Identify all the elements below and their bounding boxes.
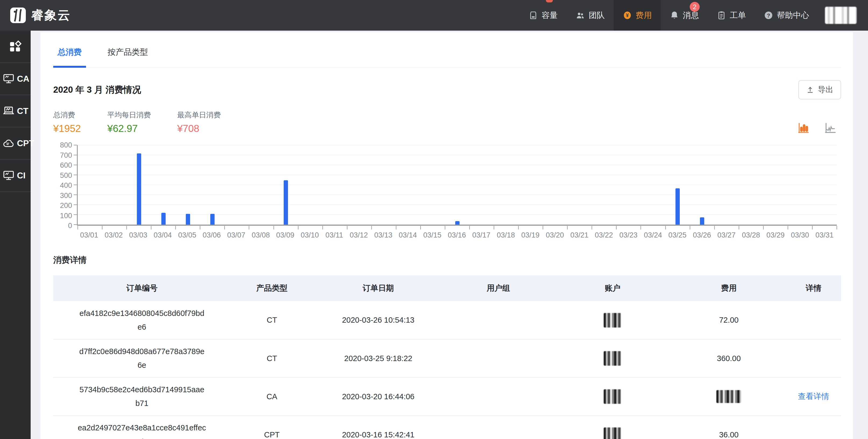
nav-item-team[interactable]: 团队	[566, 0, 614, 31]
table-row-3: ea2d2497027e43e8a1cce8c491effec4CPT2020-…	[53, 416, 841, 439]
order-id: 5734b9c58e2c4ed6b3d7149915aaeb71	[78, 383, 207, 410]
consumption-table: 订单编号产品类型订单日期用户组账户费用详情 efa4182c9e13468080…	[53, 275, 841, 439]
x-axis-tick-label: 03/11	[322, 231, 347, 239]
x-axis-tick	[690, 226, 690, 230]
y-axis-tick	[74, 145, 77, 145]
account-cell	[554, 377, 672, 416]
export-label: 导出	[818, 85, 833, 95]
x-axis-tick	[298, 226, 299, 230]
details-title: 消费详情	[53, 255, 841, 266]
bar-03/26	[700, 217, 704, 225]
fee-cell: 360.00	[672, 339, 786, 377]
bar-03/25	[676, 188, 680, 225]
ticket-icon	[717, 10, 726, 20]
tab-total[interactable]: 总消费	[53, 42, 86, 68]
view-detail-link[interactable]: 查看详情	[798, 392, 829, 401]
bar-03/05	[186, 214, 190, 225]
bar-03/09	[284, 180, 288, 225]
apps-grid-icon	[8, 39, 22, 54]
table-header-row: 订单编号产品类型订单日期用户组账户费用详情	[53, 275, 841, 301]
x-axis-tick-label: 03/06	[199, 231, 224, 239]
product-type: CT	[230, 301, 313, 339]
x-axis-tick	[224, 226, 225, 230]
sidebar-item-label: CA	[17, 74, 29, 84]
help-icon: ?	[764, 10, 773, 20]
x-axis-tick-label: 03/14	[396, 231, 420, 239]
x-axis-tick	[322, 226, 323, 230]
column-header-5: 费用	[672, 275, 786, 301]
gridline	[78, 155, 837, 155]
gridline	[78, 195, 837, 195]
x-axis-tick-label: 03/01	[77, 231, 101, 239]
table-row-2: 5734b9c58e2c4ed6b3d7149915aaeb71CA2020-0…	[53, 377, 841, 416]
nav-item-label: 工单	[730, 10, 746, 21]
product-type: CPT	[230, 416, 313, 439]
nav-item-capacity[interactable]: 容量	[520, 0, 566, 31]
nav-item-help[interactable]: ?帮助中心	[755, 0, 818, 31]
x-axis-tick	[469, 226, 470, 230]
x-axis-tick	[763, 226, 764, 230]
x-axis-tick-label: 03/28	[739, 231, 763, 239]
account-redacted	[604, 428, 621, 439]
x-axis-tick-label: 03/25	[665, 231, 690, 239]
sidebar-item-cpt[interactable]: CPT	[0, 127, 31, 160]
order-date: 2020-03-16 15:42:41	[313, 416, 443, 439]
x-axis-tick-label: 03/18	[494, 231, 518, 239]
gridline	[78, 204, 837, 205]
product-type: CA	[230, 377, 313, 416]
order-id: efa4182c9e1346808045c8d60f79bde6	[78, 307, 207, 334]
sidebar-item-apps[interactable]	[0, 31, 31, 63]
bar-03/16	[455, 221, 460, 225]
x-axis-tick-label: 03/23	[616, 231, 641, 239]
line-chart-toggle-icon[interactable]	[824, 122, 837, 134]
x-axis-tick-label: 03/15	[420, 231, 444, 239]
svg-text:?: ?	[767, 13, 770, 19]
laptop-ct-icon	[2, 105, 15, 117]
bar-chart-toggle-icon[interactable]	[797, 122, 810, 134]
nav-item-tickets[interactable]: 工单	[708, 0, 755, 31]
tab-by-product[interactable]: 按产品类型	[103, 42, 152, 67]
stats-row: 总消费¥1952平均每日消费¥62.97最高单日消费¥708	[53, 110, 841, 134]
y-axis-tick-label: 500	[60, 171, 72, 179]
x-axis-tick	[542, 226, 543, 230]
user-avatar[interactable]	[825, 7, 857, 24]
x-axis-tick	[396, 226, 396, 230]
brand-logo-icon	[10, 7, 26, 23]
svg-text:¥: ¥	[626, 12, 629, 18]
user-group	[443, 377, 553, 416]
y-axis-tick	[74, 195, 77, 195]
fee-redacted	[716, 390, 741, 403]
sidebar-item-label: CI	[17, 171, 26, 180]
nav-item-messages[interactable]: 消息2	[661, 0, 708, 31]
team-icon	[576, 10, 585, 20]
y-axis-tick	[74, 224, 77, 225]
y-axis-tick	[74, 214, 77, 215]
table-body: efa4182c9e1346808045c8d60f79bde6CT2020-0…	[53, 301, 841, 439]
detail-cell: 查看详情	[786, 377, 841, 416]
sidebar-item-label: CT	[17, 106, 29, 116]
table-row-0: efa4182c9e1346808045c8d60f79bde6CT2020-0…	[53, 301, 841, 339]
y-axis-tick-label: 200	[60, 202, 72, 210]
sidebar-item-ca[interactable]: CA	[0, 63, 31, 95]
upload-icon	[806, 86, 814, 94]
sidebar-item-ct[interactable]: CT	[0, 95, 31, 127]
x-axis-tick	[175, 226, 176, 230]
account-cell	[554, 416, 672, 439]
billing-tabs: 总消费按产品类型	[53, 40, 841, 68]
x-axis-tick-label: 03/03	[126, 231, 150, 239]
x-axis-tick-label: 03/07	[224, 231, 248, 239]
sidebar-item-label: CPT	[17, 138, 34, 148]
main-content: 总消费按产品类型 2020 年 3 月 消费情况 导出 总消费¥1952平均每日…	[31, 31, 868, 439]
nav-item-fee[interactable]: ¥费用	[614, 0, 661, 31]
x-axis-tick-label: 03/05	[175, 231, 199, 239]
brand[interactable]: 睿象云	[0, 0, 71, 31]
account-redacted	[604, 313, 621, 328]
export-button[interactable]: 导出	[798, 80, 841, 99]
y-axis-tick-label: 600	[60, 161, 72, 170]
x-axis-tick	[126, 226, 127, 230]
x-axis-tick	[518, 226, 519, 230]
y-axis-tick-label: 400	[60, 181, 72, 190]
sidebar-item-ci[interactable]: CI	[0, 160, 31, 192]
column-header-1: 产品类型	[230, 275, 313, 301]
stat-1: 平均每日消费¥62.97	[107, 110, 151, 134]
